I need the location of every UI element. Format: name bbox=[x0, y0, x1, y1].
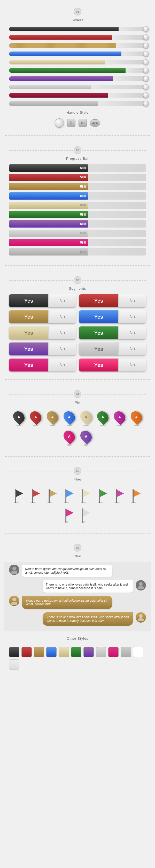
slider-thumb[interactable] bbox=[143, 92, 149, 98]
slider-item[interactable] bbox=[9, 100, 146, 107]
handle-style-square[interactable] bbox=[67, 119, 75, 127]
segment-no-button[interactable]: No bbox=[118, 359, 146, 371]
segment-item[interactable]: Yes No bbox=[9, 342, 76, 355]
segment-item[interactable]: Yes No bbox=[79, 310, 146, 323]
progress-fill: 58% bbox=[9, 248, 88, 255]
segments-section: 03 Segments Yes No Yes No Yes No Yes No … bbox=[0, 269, 155, 377]
flag-shadow bbox=[64, 521, 69, 523]
pin-item: A bbox=[46, 411, 59, 426]
style-swatch-light[interactable] bbox=[96, 647, 106, 657]
segment-no-button[interactable]: No bbox=[118, 310, 146, 323]
slider-item[interactable] bbox=[9, 34, 146, 40]
handle-style-arrow[interactable]: ◀ ▶ bbox=[90, 119, 100, 127]
segment-item[interactable]: Yes No bbox=[79, 327, 146, 339]
segment-item[interactable]: Yes No bbox=[9, 359, 76, 371]
progress-value: 58% bbox=[80, 204, 86, 207]
segment-no-button[interactable]: No bbox=[48, 294, 76, 307]
slider-item[interactable] bbox=[9, 75, 146, 82]
handle-style-circular[interactable] bbox=[55, 118, 64, 128]
chat-bubble-text: Neque porro quisquam est qui dolorem ips… bbox=[22, 565, 112, 577]
slider-thumb[interactable] bbox=[143, 26, 149, 32]
slider-thumb[interactable] bbox=[143, 76, 149, 82]
style-swatch-offwhite[interactable] bbox=[9, 659, 20, 670]
style-swatch-pink[interactable] bbox=[108, 647, 119, 657]
style-swatch-green[interactable] bbox=[71, 647, 81, 657]
segment-no-button[interactable]: No bbox=[118, 294, 146, 307]
sliders-list bbox=[4, 26, 151, 107]
slider-thumb[interactable] bbox=[143, 101, 149, 106]
segment-no-button[interactable]: No bbox=[48, 327, 76, 339]
pin-item: A bbox=[113, 411, 126, 426]
style-swatch-blue[interactable] bbox=[46, 647, 56, 657]
segment-no-button[interactable]: No bbox=[48, 359, 76, 371]
segment-yes-button[interactable]: Yes bbox=[79, 342, 118, 355]
pin-letter: A bbox=[101, 415, 104, 419]
style-swatch-purple[interactable] bbox=[83, 647, 94, 657]
svg-point-6 bbox=[139, 614, 143, 618]
pin-item: A bbox=[130, 411, 143, 426]
segment-item[interactable]: Yes No bbox=[79, 294, 146, 307]
chat-text: There is no one who loves pain itself, w… bbox=[47, 615, 129, 623]
slider-item[interactable] bbox=[9, 26, 146, 32]
segment-no-button[interactable]: No bbox=[118, 327, 146, 339]
pin-body: A bbox=[44, 409, 60, 425]
badge-number: 06 bbox=[74, 544, 81, 552]
segment-yes-button[interactable]: Yes bbox=[79, 327, 118, 339]
segment-item[interactable]: Yes No bbox=[79, 342, 146, 355]
slider-item[interactable] bbox=[9, 67, 146, 73]
slider-fill bbox=[9, 101, 98, 106]
slider-item[interactable] bbox=[9, 59, 146, 65]
segment-yes-button[interactable]: Yes bbox=[9, 342, 48, 355]
slider-item[interactable] bbox=[9, 84, 146, 90]
flag-shadow bbox=[114, 502, 120, 503]
segment-item[interactable]: Yes No bbox=[9, 310, 76, 323]
progress-value: 58% bbox=[80, 166, 86, 170]
style-swatch-dark[interactable] bbox=[9, 647, 20, 657]
slider-thumb[interactable] bbox=[143, 43, 149, 49]
segment-no-button[interactable]: No bbox=[48, 310, 76, 323]
flag-item bbox=[130, 488, 143, 503]
segment-item[interactable]: Yes No bbox=[9, 294, 76, 307]
segment-yes-button[interactable]: Yes bbox=[9, 327, 48, 339]
user-icon bbox=[10, 597, 18, 605]
progress-value: 58% bbox=[80, 241, 86, 244]
svg-point-4 bbox=[12, 598, 16, 601]
segment-yes-button[interactable]: Yes bbox=[9, 359, 48, 371]
segment-yes-button[interactable]: Yes bbox=[9, 310, 48, 323]
style-swatch-white[interactable] bbox=[133, 647, 143, 657]
slider-thumb[interactable] bbox=[143, 34, 149, 40]
slider-bg bbox=[98, 101, 146, 106]
slider-track bbox=[9, 85, 146, 89]
segment-yes-button[interactable]: Yes bbox=[79, 294, 118, 307]
slider-track bbox=[9, 101, 146, 106]
slider-fill bbox=[9, 43, 116, 48]
handle-style-grid[interactable] bbox=[79, 119, 87, 127]
style-swatch-red[interactable] bbox=[22, 647, 32, 657]
slider-item[interactable] bbox=[9, 51, 146, 57]
style-swatch-gray[interactable] bbox=[121, 647, 131, 657]
slider-bg bbox=[108, 93, 146, 98]
slider-thumb[interactable] bbox=[143, 51, 149, 57]
section-badge-sliders: 01 bbox=[4, 8, 151, 16]
segment-item[interactable]: Yes No bbox=[9, 327, 76, 339]
progress-value: 58% bbox=[80, 222, 86, 226]
style-swatch-gold[interactable] bbox=[34, 647, 44, 657]
segment-no-button[interactable]: No bbox=[118, 342, 146, 355]
divider-1 bbox=[5, 135, 150, 136]
section-badge-flags: 05 bbox=[4, 467, 151, 475]
slider-item[interactable] bbox=[9, 92, 146, 98]
segment-no-button[interactable]: No bbox=[48, 342, 76, 355]
style-swatch-tan[interactable] bbox=[59, 647, 69, 657]
segment-yes-button[interactable]: Yes bbox=[79, 310, 118, 323]
slider-thumb[interactable] bbox=[143, 68, 149, 73]
segment-item[interactable]: Yes No bbox=[79, 359, 146, 371]
segment-yes-button[interactable]: Yes bbox=[79, 359, 118, 371]
slider-item[interactable] bbox=[9, 42, 146, 49]
flag-shape bbox=[100, 490, 107, 497]
chat-avatar bbox=[9, 565, 20, 575]
slider-thumb[interactable] bbox=[143, 84, 149, 90]
flag-item bbox=[80, 488, 92, 503]
slider-thumb[interactable] bbox=[143, 59, 149, 65]
segment-yes-button[interactable]: Yes bbox=[9, 294, 48, 307]
flag-shadow bbox=[31, 502, 36, 503]
